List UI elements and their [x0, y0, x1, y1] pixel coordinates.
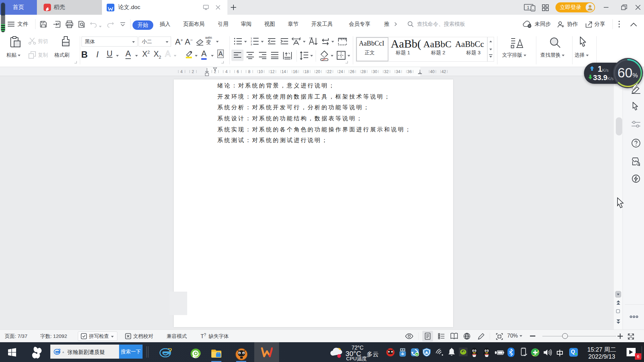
svg-text:3: 3 [251, 43, 252, 46]
svg-text:2: 2 [251, 40, 252, 43]
svg-text:1: 1 [251, 37, 252, 40]
svg-text:1: 1 [527, 5, 529, 10]
